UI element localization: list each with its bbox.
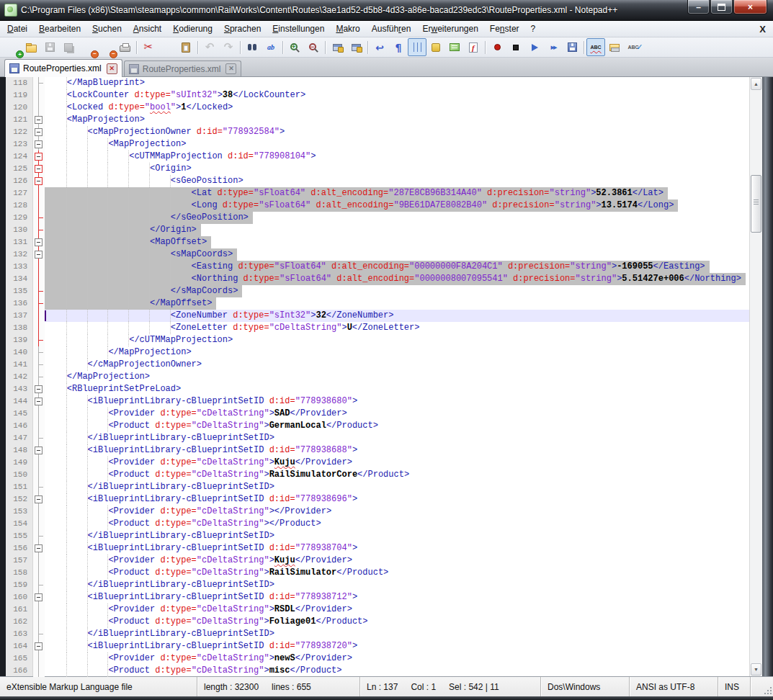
code-line[interactable]: 126<sGeoPosition> — [6, 175, 749, 187]
code-text[interactable]: <iBlueprintLibrary-cBlueprintSetID d:id=… — [45, 493, 749, 506]
code-text[interactable]: </iBlueprintLibrary-cBlueprintSetID> — [45, 481, 749, 493]
code-line[interactable]: 148<iBlueprintLibrary-cBlueprintSetID d:… — [6, 444, 749, 457]
sync-horizontal-scroll-button[interactable] — [347, 38, 365, 56]
code-text[interactable]: </MapBlueprint> — [45, 77, 749, 89]
code-text[interactable]: </iBlueprintLibrary-cBlueprintSetID> — [45, 432, 749, 444]
code-text[interactable]: <Provider d:type="cDeltaString">Kuju</Pr… — [45, 457, 749, 469]
close-button[interactable]: × — [733, 0, 767, 14]
fold-collapse-icon[interactable] — [35, 153, 43, 161]
code-text[interactable]: <Product d:type="cDeltaString">Foliage01… — [45, 616, 749, 628]
code-line[interactable]: 131<MapOffset> — [6, 236, 749, 248]
code-line[interactable]: 132<sMapCoords> — [6, 248, 749, 261]
menu-item-makro[interactable]: Makro — [330, 21, 365, 37]
code-line[interactable]: 159</iBlueprintLibrary-cBlueprintSetID> — [6, 579, 749, 591]
code-line[interactable]: 130</Origin> — [6, 224, 749, 236]
code-line[interactable]: 139</cUTMMapProjection> — [6, 334, 749, 346]
fold-collapse-icon[interactable] — [35, 128, 43, 136]
minimize-button[interactable]: – — [687, 0, 710, 14]
code-text[interactable]: <iBlueprintLibrary-cBlueprintSetID d:id=… — [45, 444, 749, 457]
code-text[interactable]: <sMapCoords> — [45, 248, 749, 261]
code-line[interactable]: 164<iBlueprintLibrary-cBlueprintSetID d:… — [6, 640, 749, 652]
spell-check-button[interactable]: ABC — [586, 38, 605, 56]
open-file-button[interactable] — [22, 38, 40, 56]
cut-button[interactable]: ✂ — [139, 38, 158, 56]
function-list-button[interactable] — [464, 38, 483, 56]
code-text[interactable]: <iBlueprintLibrary-cBlueprintSetID d:id=… — [45, 395, 749, 408]
code-text[interactable]: </sGeoPosition> — [45, 212, 749, 224]
auto-spell-check-button[interactable]: ABC — [624, 38, 643, 56]
code-line[interactable]: 119<LockCounter d:type="sUInt32">38</Loc… — [6, 89, 749, 102]
menu-item-ausfhren[interactable]: Ausführen — [366, 21, 417, 37]
code-line[interactable]: 124<cUTMMapProjection d:id="778908104"> — [6, 151, 749, 163]
menu-item-suchen[interactable]: Suchen — [86, 21, 128, 37]
code-text[interactable]: <sGeoPosition> — [45, 175, 749, 187]
macro-record-button[interactable] — [488, 38, 506, 56]
paste-button[interactable] — [177, 38, 195, 56]
code-line[interactable]: 122<cMapProjectionOwner d:id="778932584"… — [6, 126, 749, 138]
scrollbar-thumb[interactable] — [751, 175, 761, 233]
code-text[interactable]: <MapProjection> — [45, 138, 749, 151]
code-line[interactable]: 121<MapProjection> — [6, 114, 749, 126]
code-text[interactable]: <Provider d:type="cDeltaString">Kuju</Pr… — [45, 555, 749, 567]
show-all-characters-button[interactable]: ¶ — [389, 38, 408, 56]
code-text[interactable]: <iBlueprintLibrary-cBlueprintSetID d:id=… — [45, 591, 749, 603]
editor-pane[interactable]: 118</MapBlueprint>119<LockCounter d:type… — [6, 77, 749, 676]
close-document-button[interactable]: X — [752, 24, 773, 35]
code-text[interactable]: <Product d:type="cDeltaString">RailSimul… — [45, 469, 749, 481]
code-line[interactable]: 127<Lat d:type="sFloat64" d:alt_encoding… — [6, 187, 749, 199]
zoom-out-button[interactable] — [304, 38, 323, 56]
code-line[interactable]: 141</cMapProjectionOwner> — [6, 359, 749, 371]
code-text[interactable]: <Product d:type="cDeltaString"></Product… — [45, 518, 749, 530]
copy-button[interactable] — [158, 38, 177, 56]
code-line[interactable]: 155</iBlueprintLibrary-cBlueprintSetID> — [6, 530, 749, 542]
code-line[interactable]: 147</iBlueprintLibrary-cBlueprintSetID> — [6, 432, 749, 444]
vertical-scrollbar[interactable]: ▲ ▼ — [749, 77, 762, 676]
fold-collapse-icon[interactable] — [35, 398, 43, 405]
find-button[interactable] — [243, 38, 262, 56]
code-line[interactable]: 136</MapOffset> — [6, 297, 749, 310]
fold-collapse-icon[interactable] — [35, 251, 43, 259]
code-line[interactable]: 153<Provider d:type="cDeltaString"></Pro… — [6, 506, 749, 518]
fold-collapse-icon[interactable] — [35, 385, 43, 393]
fold-collapse-icon[interactable] — [35, 116, 43, 124]
code-line[interactable]: 161<Provider d:type="cDeltaString">RSDL<… — [6, 603, 749, 616]
tab-close-icon[interactable]: ✕ — [107, 63, 117, 74]
tab-2[interactable]: RouteProperties.xml✕ — [124, 60, 242, 76]
fold-collapse-icon[interactable] — [35, 165, 43, 173]
macro-run-multiple-button[interactable]: ▸▸ — [544, 38, 563, 56]
code-text[interactable]: </cMapProjectionOwner> — [45, 359, 749, 371]
code-text[interactable]: </MapProjection> — [45, 346, 749, 359]
menu-item-?[interactable]: ? — [525, 21, 542, 37]
resize-grip[interactable] — [751, 677, 773, 696]
code-line[interactable]: 125<Origin> — [6, 163, 749, 175]
code-line[interactable]: 150<Product d:type="cDeltaString">RailSi… — [6, 469, 749, 481]
code-text[interactable]: </MapOffset> — [45, 297, 749, 310]
code-text[interactable]: <LockCounter d:type="sUInt32">38</LockCo… — [45, 89, 749, 102]
code-text[interactable]: </Origin> — [45, 224, 749, 236]
menu-item-bearbeiten[interactable]: Bearbeiten — [33, 21, 86, 37]
code-line[interactable]: 165<Provider d:type="cDeltaString">newS<… — [6, 652, 749, 665]
code-line[interactable]: 123<MapProjection> — [6, 138, 749, 151]
code-line[interactable]: 118</MapBlueprint> — [6, 77, 749, 89]
code-line[interactable]: 163</iBlueprintLibrary-cBlueprintSetID> — [6, 628, 749, 640]
code-line[interactable]: 145<Provider d:type="cDeltaString">SAD</… — [6, 408, 749, 420]
code-text[interactable]: </iBlueprintLibrary-cBlueprintSetID> — [45, 530, 749, 542]
code-text[interactable]: <Lat d:type="sFloat64" d:alt_encoding="2… — [45, 187, 749, 199]
code-text[interactable]: </iBlueprintLibrary-cBlueprintSetID> — [45, 579, 749, 591]
fold-collapse-icon[interactable] — [35, 544, 43, 552]
fold-collapse-icon[interactable] — [35, 495, 43, 503]
code-text[interactable]: <ZoneLetter d:type="cDeltaString">U</Zon… — [45, 322, 749, 334]
code-line[interactable]: 120<Locked d:type="bool">1</Locked> — [6, 102, 749, 114]
restore-button[interactable] — [710, 0, 733, 14]
code-line[interactable]: 154<Product d:type="cDeltaString"></Prod… — [6, 518, 749, 530]
document-map-button[interactable] — [445, 38, 464, 56]
fold-collapse-icon[interactable] — [35, 593, 43, 601]
code-text[interactable]: <Product d:type="cDeltaString">misc</Pro… — [45, 665, 749, 677]
code-line[interactable]: 157<Provider d:type="cDeltaString">Kuju<… — [6, 555, 749, 567]
word-wrap-button[interactable]: ↩ — [370, 38, 389, 56]
code-line[interactable]: 138<ZoneLetter d:type="cDeltaString">U</… — [6, 322, 749, 334]
sync-vertical-scroll-button[interactable] — [328, 38, 347, 56]
code-line[interactable]: 160<iBlueprintLibrary-cBlueprintSetID d:… — [6, 591, 749, 603]
code-text[interactable]: <Easting d:type="sFloat64" d:alt_encodin… — [45, 261, 749, 273]
fold-collapse-icon[interactable] — [35, 447, 43, 454]
